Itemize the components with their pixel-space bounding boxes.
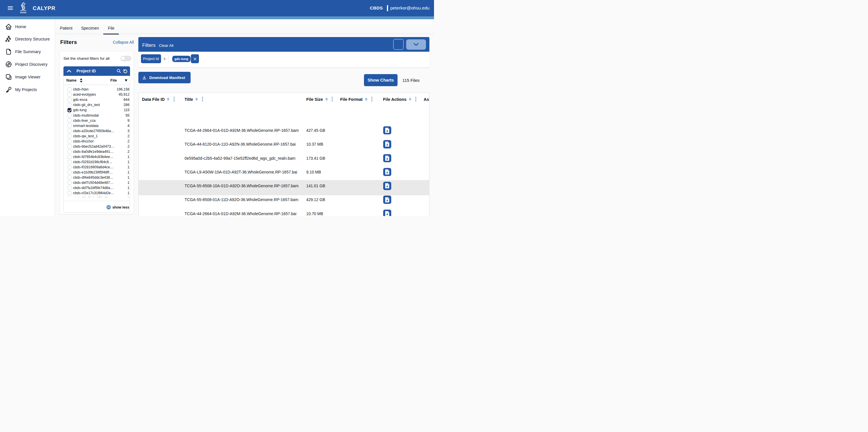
svg-text:OHSU: OHSU	[20, 11, 26, 14]
